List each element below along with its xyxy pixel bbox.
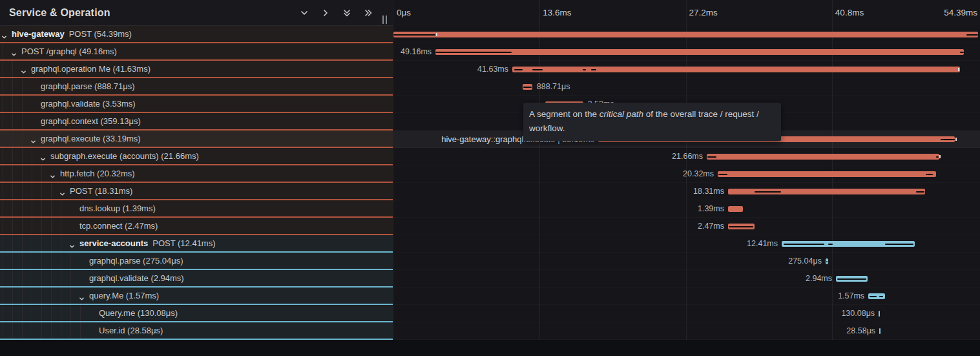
span-bar[interactable] [707, 154, 939, 160]
indent-guide [3, 270, 3, 286]
indent-guide [22, 183, 23, 199]
chevron-down-icon[interactable] [299, 8, 309, 18]
tree-row-query-me[interactable]: Query.me (130.08μs) [0, 305, 393, 322]
indent-guide [22, 148, 23, 164]
chevron-down-icon[interactable] [11, 48, 17, 60]
span-bar[interactable] [879, 311, 880, 317]
tree-row-post[interactable]: hive-gatewayPOST (54.39ms) [0, 26, 393, 43]
critical-path-segment[interactable] [591, 69, 596, 70]
indent-guide [51, 305, 52, 321]
critical-path-segment[interactable] [729, 226, 753, 227]
critical-path-segment[interactable] [718, 174, 728, 175]
indent-guide [12, 270, 13, 286]
tree-row-subgraph-execute-accounts-[interactable]: subgraph.execute (accounts) (21.66ms) [0, 148, 393, 165]
tree-row-http-fetch[interactable]: http.fetch (20.32ms) [0, 165, 393, 183]
span-name-label: graphql.operation Me (41.63ms) [31, 61, 151, 77]
chevron-down-icon[interactable] [50, 171, 56, 182]
indent-guide [12, 218, 13, 234]
critical-path-segment[interactable] [916, 191, 924, 193]
tree-row-dns-lookup[interactable]: dns.lookup (1.39ms) [0, 200, 393, 218]
chevron-down-icon[interactable] [21, 66, 26, 78]
critical-path-segment[interactable] [784, 244, 824, 245]
span-bar[interactable] [879, 328, 881, 334]
tree-row-graphql-context[interactable]: graphql.context (359.13μs) [0, 113, 393, 131]
critical-path-segment[interactable] [435, 52, 512, 53]
timeline-row: 20.32ms [393, 165, 980, 183]
span-name-label: tcp.connect (2.47ms) [79, 218, 158, 234]
critical-path-segment[interactable] [393, 34, 435, 36]
tree-row-graphql-parse[interactable]: graphql.parse (888.71μs) [0, 78, 393, 96]
span-bar[interactable] [718, 171, 936, 177]
timeline-row: 12.41ms [393, 235, 980, 253]
critical-path-segment[interactable] [879, 296, 882, 297]
span-bar[interactable] [512, 67, 960, 72]
critical-path-segment[interactable] [755, 191, 781, 193]
chevron-down-icon[interactable] [30, 136, 36, 147]
tree-row-post[interactable]: POST (18.31ms) [0, 183, 393, 200]
indent-guide [12, 78, 13, 94]
indent-guide [51, 183, 52, 199]
critical-path-segment[interactable] [936, 156, 939, 158]
indent-guide [41, 305, 42, 321]
span-name-label: POST /graphql (49.16ms) [21, 43, 117, 59]
indent-guide [32, 148, 32, 164]
span-duration-label: 28.58μs [846, 322, 875, 340]
tree-row-tcp-connect[interactable]: tcp.connect (2.47ms) [0, 218, 393, 235]
chevron-down-icon[interactable] [1, 31, 7, 43]
tree-row-graphql-operation-me[interactable]: graphql.operation Me (41.63ms) [0, 61, 393, 78]
critical-path-segment[interactable] [532, 69, 543, 70]
tree-row-post-graphql[interactable]: POST /graphql (49.16ms) [0, 43, 393, 61]
indent-guide [32, 235, 32, 251]
critical-path-segment[interactable] [828, 244, 833, 245]
tree-row-graphql-execute[interactable]: graphql.execute (33.19ms) [0, 131, 393, 148]
span-bar[interactable] [728, 206, 743, 212]
indent-guide [32, 200, 32, 216]
span-bar[interactable] [393, 32, 978, 37]
double-chevron-down-icon[interactable] [342, 8, 352, 18]
chevron-down-icon[interactable] [69, 240, 75, 252]
chevron-down-icon[interactable] [59, 188, 65, 200]
critical-path-segment[interactable] [926, 174, 933, 175]
indent-guide [32, 183, 32, 199]
chevron-down-icon[interactable] [40, 153, 46, 165]
indent-guide [3, 78, 3, 94]
tree-row-query-me[interactable]: query.Me (1.57ms) [0, 288, 393, 305]
tree-row-user-id[interactable]: User.id (28.58μs) [0, 322, 393, 340]
span-name-label: graphql.context (359.13μs) [41, 113, 141, 129]
tooltip-text-pre: A segment on the [529, 109, 599, 119]
critical-path-segment[interactable] [707, 156, 716, 158]
panel-resize-grip[interactable] [382, 16, 389, 24]
critical-path-segment[interactable] [523, 87, 531, 88]
indent-guide [32, 288, 32, 304]
critical-path-segment[interactable] [514, 69, 522, 70]
critical-path-segment[interactable] [837, 278, 866, 280]
double-chevron-right-icon[interactable] [363, 8, 373, 18]
critical-path-segment[interactable] [583, 69, 586, 70]
indent-guide [3, 43, 3, 59]
critical-path-segment[interactable] [870, 296, 877, 297]
critical-path-segment[interactable] [941, 139, 955, 140]
chevron-down-icon[interactable] [79, 293, 85, 304]
indent-guide [3, 305, 3, 321]
span-duration-label: 275.04μs [788, 253, 822, 270]
critical-path-segment[interactable] [960, 52, 964, 53]
timeline-row: 2.94ms [393, 270, 980, 288]
indent-guide [41, 183, 42, 199]
critical-path-segment[interactable] [826, 261, 828, 262]
timeline-header: 0μs13.6ms27.2ms40.8ms54.39ms [393, 0, 980, 26]
indent-guide [80, 305, 81, 321]
tree-row-graphql-validate[interactable]: graphql.validate (2.94ms) [0, 270, 393, 288]
span-bars-area: 49.16ms41.63ms888.71μs3.53ms359.13μshive… [393, 26, 980, 340]
chevron-right-icon[interactable] [320, 8, 331, 18]
critical-path-segment[interactable] [966, 34, 978, 36]
critical-path-segment[interactable] [885, 244, 914, 245]
span-bar[interactable] [435, 49, 964, 55]
tree-row-post[interactable]: service-accountsPOST (12.41ms) [0, 235, 393, 253]
indent-guide [41, 253, 42, 269]
indent-guide [22, 218, 23, 234]
span-duration-label: 21.66ms [672, 148, 703, 165]
span-name-label: graphql.parse (275.04μs) [89, 253, 183, 269]
indent-guide [61, 322, 61, 339]
tree-row-graphql-validate[interactable]: graphql.validate (3.53ms) [0, 96, 393, 113]
tree-row-graphql-parse[interactable]: graphql.parse (275.04μs) [0, 253, 393, 270]
